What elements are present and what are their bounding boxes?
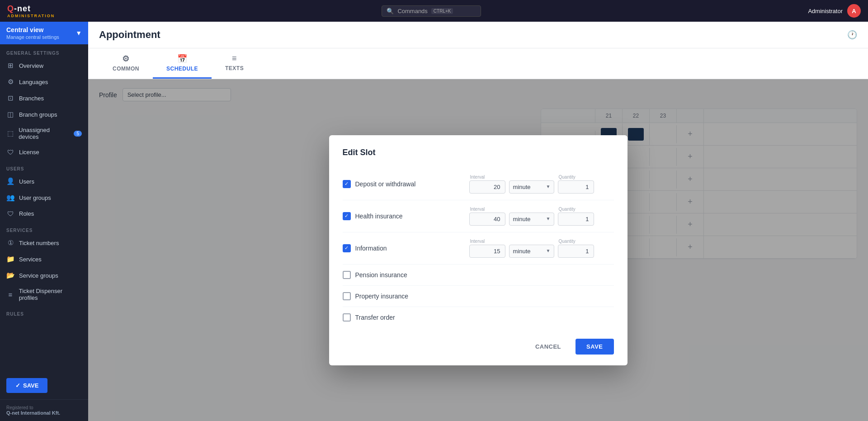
slot-checkbox-deposit[interactable]: ✓ xyxy=(343,180,351,188)
schedule-icon: 📅 xyxy=(177,54,188,64)
tab-common-label: COMMON xyxy=(113,66,139,72)
sidebar-item-label: User groups xyxy=(19,194,51,201)
sidebar-item-services[interactable]: 📁 Services xyxy=(0,251,88,267)
sidebar-item-branch-groups[interactable]: ◫ Branch groups xyxy=(0,106,88,123)
slot-checkbox-pension[interactable] xyxy=(343,271,351,279)
section-general-settings: GENERAL SETTINGS xyxy=(0,44,88,57)
cancel-button[interactable]: CANCEL xyxy=(526,339,570,355)
slot-fields-deposit: Interval minute hour ▼ xyxy=(469,175,594,194)
user-name: Administrator xyxy=(808,8,843,14)
quantity-label-information: Quantity xyxy=(558,239,594,244)
slot-label-deposit: Deposit or withdrawal xyxy=(355,180,416,188)
company-name: Q-net International Kft. xyxy=(6,410,82,416)
slot-checkbox-area-health: ✓ Health insurance xyxy=(343,212,469,220)
page-body: Profile Select profile... 21 22 23 xyxy=(88,79,868,421)
unit-group-deposit: minute hour ▼ xyxy=(509,175,554,194)
slot-checkbox-area-pension: Pension insurance xyxy=(343,271,469,279)
quantity-input-information[interactable] xyxy=(558,245,594,258)
sidebar-item-label: Ticket Dispenser profiles xyxy=(19,288,82,301)
service-groups-icon: 📂 xyxy=(6,271,14,279)
sidebar-item-label: Overview xyxy=(19,62,43,69)
interval-input-information[interactable] xyxy=(469,245,505,258)
dialog-actions: CANCEL SAVE xyxy=(343,339,614,355)
quantity-group-health: Quantity xyxy=(558,207,594,226)
tab-texts[interactable]: ≡ TEXTS xyxy=(212,48,257,79)
slot-checkbox-property[interactable] xyxy=(343,292,351,300)
sidebar-item-users[interactable]: 👤 Users xyxy=(0,173,88,189)
sidebar-footer: Registered to Q-net International Kft. xyxy=(0,399,88,421)
edit-slot-dialog: Edit Slot ✓ Deposit or withdrawal Interv… xyxy=(329,135,627,365)
interval-label-deposit: Interval xyxy=(469,175,505,180)
sidebar: Central view Manage central settings ▼ G… xyxy=(0,22,88,421)
sidebar-item-label: Service groups xyxy=(19,272,58,279)
sidebar-item-label: Unassigned devices xyxy=(19,127,69,140)
sidebar-item-license[interactable]: 🛡 License xyxy=(0,144,88,160)
license-icon: 🛡 xyxy=(6,148,14,156)
slot-checkbox-information[interactable]: ✓ xyxy=(343,244,351,252)
interval-label-health: Interval xyxy=(469,207,505,212)
sidebar-item-overview[interactable]: ⊞ Overview xyxy=(0,57,88,74)
tab-schedule-label: SCHEDULE xyxy=(166,66,198,72)
interval-input-deposit[interactable] xyxy=(469,180,505,194)
sidebar-item-languages[interactable]: ⚙ Languages xyxy=(0,74,88,90)
users-icon: 👤 xyxy=(6,177,14,185)
slot-label-property: Property insurance xyxy=(355,293,409,300)
interval-group-health: Interval xyxy=(469,207,505,226)
section-rules: RULES xyxy=(0,305,88,318)
logo-accent: Q xyxy=(7,4,14,13)
sidebar-central-view[interactable]: Central view Manage central settings ▼ xyxy=(0,22,88,44)
slot-checkbox-area-property: Property insurance xyxy=(343,292,469,300)
interval-group-information: Interval xyxy=(469,239,505,258)
slot-row-property: Property insurance xyxy=(343,286,614,307)
unit-select-health[interactable]: minute hour xyxy=(509,213,554,226)
central-view-sub: Manage central settings xyxy=(6,34,59,40)
language-icon: ⚙ xyxy=(6,78,14,86)
sidebar-save-button[interactable]: ✓ SAVE xyxy=(6,378,47,393)
tab-common[interactable]: ⚙ COMMON xyxy=(99,48,153,79)
tab-schedule[interactable]: 📅 SCHEDULE xyxy=(153,48,212,79)
quantity-label-deposit: Quantity xyxy=(558,175,594,180)
sidebar-item-unassigned-devices[interactable]: ⬚ Unassigned devices 5 xyxy=(0,123,88,144)
quantity-group-information: Quantity xyxy=(558,239,594,258)
unit-select-deposit[interactable]: minute hour xyxy=(509,180,554,194)
slot-checkbox-health[interactable]: ✓ xyxy=(343,212,351,220)
slot-checkbox-area-information: ✓ Information xyxy=(343,244,469,252)
search-bar[interactable]: 🔍 Commands CTRL+K xyxy=(382,5,481,17)
sidebar-item-ticket-dispenser[interactable]: ≡ Ticket Dispenser profiles xyxy=(0,284,88,305)
sidebar-item-user-groups[interactable]: 👥 User groups xyxy=(0,189,88,206)
slot-label-health: Health insurance xyxy=(355,213,403,220)
sidebar-item-roles[interactable]: 🛡 Roles xyxy=(0,206,88,222)
branch-icon: ⊡ xyxy=(6,94,14,102)
chevron-down-icon: ▼ xyxy=(75,29,82,37)
slot-row-health: ✓ Health insurance Interval xyxy=(343,200,614,232)
common-icon: ⚙ xyxy=(122,54,130,64)
slot-row-transfer: Transfer order xyxy=(343,307,614,328)
quantity-label-health: Quantity xyxy=(558,207,594,212)
history-icon[interactable]: 🕐 xyxy=(847,30,857,40)
central-view-title: Central view xyxy=(6,26,59,33)
unassigned-badge: 5 xyxy=(74,131,82,137)
user-groups-icon: 👥 xyxy=(6,194,14,202)
user-menu[interactable]: Administrator A xyxy=(808,4,861,18)
sidebar-item-branches[interactable]: ⊡ Branches xyxy=(0,90,88,106)
sidebar-item-label: Roles xyxy=(19,210,34,217)
slot-checkbox-transfer[interactable] xyxy=(343,313,351,322)
interval-input-health[interactable] xyxy=(469,213,505,226)
slot-checkbox-area-deposit: ✓ Deposit or withdrawal xyxy=(343,180,469,188)
sidebar-item-ticket-numbers[interactable]: ① Ticket numbers xyxy=(0,235,88,251)
services-icon: 📁 xyxy=(6,255,14,263)
device-icon: ⬚ xyxy=(6,129,14,137)
unit-select-information[interactable]: minute hour xyxy=(509,245,554,258)
quantity-input-deposit[interactable] xyxy=(558,180,594,194)
sidebar-item-label: Users xyxy=(19,178,34,185)
save-button[interactable]: SAVE xyxy=(576,339,613,355)
home-icon: ⊞ xyxy=(6,61,14,70)
slot-fields-information: Interval minute hour ▼ xyxy=(469,239,594,258)
search-shortcut: CTRL+K xyxy=(431,8,453,14)
quantity-input-health[interactable] xyxy=(558,213,594,226)
unit-group-information: minute hour ▼ xyxy=(509,239,554,258)
roles-icon: 🛡 xyxy=(6,210,14,218)
sidebar-item-service-groups[interactable]: 📂 Service groups xyxy=(0,267,88,284)
sidebar-item-label: License xyxy=(19,149,39,156)
sidebar-save-label: SAVE xyxy=(23,382,38,389)
